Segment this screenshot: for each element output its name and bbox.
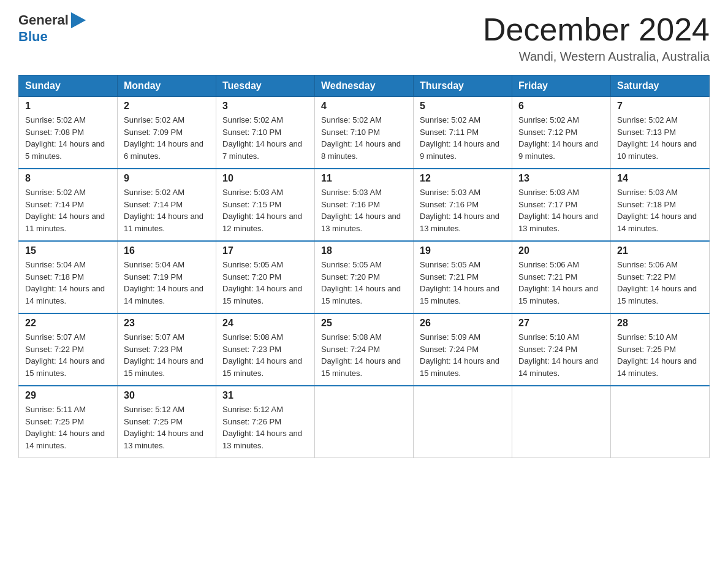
day-number: 8	[25, 173, 111, 184]
day-number: 30	[124, 390, 210, 401]
day-info: Sunrise: 5:02 AMSunset: 7:12 PMDaylight:…	[518, 114, 604, 162]
logo-triangle-icon	[70, 12, 87, 29]
day-number: 18	[321, 245, 407, 256]
day-info: Sunrise: 5:05 AMSunset: 7:20 PMDaylight:…	[222, 259, 308, 307]
day-info: Sunrise: 5:02 AMSunset: 7:10 PMDaylight:…	[321, 114, 407, 162]
header-saturday: Saturday	[611, 75, 710, 97]
day-number: 28	[617, 318, 703, 329]
day-number: 24	[222, 318, 308, 329]
day-number: 12	[420, 173, 506, 184]
calendar-table: SundayMondayTuesdayWednesdayThursdayFrid…	[18, 75, 710, 458]
calendar-cell: 5Sunrise: 5:02 AMSunset: 7:11 PMDaylight…	[414, 97, 512, 169]
day-info: Sunrise: 5:02 AMSunset: 7:13 PMDaylight:…	[617, 114, 703, 162]
calendar-cell: 15Sunrise: 5:04 AMSunset: 7:18 PMDayligh…	[19, 241, 118, 313]
day-number: 9	[124, 173, 210, 184]
week-row-5: 29Sunrise: 5:11 AMSunset: 7:25 PMDayligh…	[19, 386, 710, 458]
calendar-cell: 16Sunrise: 5:04 AMSunset: 7:19 PMDayligh…	[118, 241, 216, 313]
calendar-cell: 22Sunrise: 5:07 AMSunset: 7:22 PMDayligh…	[19, 313, 118, 386]
week-row-3: 15Sunrise: 5:04 AMSunset: 7:18 PMDayligh…	[19, 241, 710, 313]
calendar-cell: 28Sunrise: 5:10 AMSunset: 7:25 PMDayligh…	[611, 313, 710, 386]
day-number: 22	[25, 318, 111, 329]
calendar-cell: 21Sunrise: 5:06 AMSunset: 7:22 PMDayligh…	[611, 241, 710, 313]
header-row: SundayMondayTuesdayWednesdayThursdayFrid…	[19, 75, 710, 97]
header-thursday: Thursday	[414, 75, 512, 97]
day-number: 7	[617, 101, 703, 112]
calendar-cell: 30Sunrise: 5:12 AMSunset: 7:25 PMDayligh…	[118, 386, 216, 458]
day-number: 3	[222, 101, 308, 112]
calendar-body: 1Sunrise: 5:02 AMSunset: 7:08 PMDaylight…	[19, 97, 710, 458]
logo-text: GeneralBlue	[18, 12, 87, 44]
day-info: Sunrise: 5:10 AMSunset: 7:24 PMDaylight:…	[518, 331, 604, 379]
day-info: Sunrise: 5:12 AMSunset: 7:26 PMDaylight:…	[222, 404, 308, 451]
calendar-cell: 4Sunrise: 5:02 AMSunset: 7:10 PMDaylight…	[315, 97, 414, 169]
day-info: Sunrise: 5:06 AMSunset: 7:22 PMDaylight:…	[617, 259, 703, 307]
calendar-cell: 31Sunrise: 5:12 AMSunset: 7:26 PMDayligh…	[216, 386, 315, 458]
calendar-cell: 1Sunrise: 5:02 AMSunset: 7:08 PMDaylight…	[19, 97, 118, 169]
calendar-cell: 23Sunrise: 5:07 AMSunset: 7:23 PMDayligh…	[118, 313, 216, 386]
calendar-cell	[611, 386, 710, 458]
day-number: 16	[124, 245, 210, 256]
calendar-cell: 25Sunrise: 5:08 AMSunset: 7:24 PMDayligh…	[315, 313, 414, 386]
day-info: Sunrise: 5:09 AMSunset: 7:24 PMDaylight:…	[420, 331, 506, 379]
location-text: Wandi, Western Australia, Australia	[483, 50, 710, 64]
calendar-cell: 20Sunrise: 5:06 AMSunset: 7:21 PMDayligh…	[512, 241, 611, 313]
page-header: GeneralBlue December 2024 Wandi, Western…	[18, 12, 710, 64]
week-row-2: 8Sunrise: 5:02 AMSunset: 7:14 PMDaylight…	[19, 169, 710, 241]
day-number: 20	[518, 245, 604, 256]
day-info: Sunrise: 5:08 AMSunset: 7:23 PMDaylight:…	[222, 331, 308, 379]
calendar-header: SundayMondayTuesdayWednesdayThursdayFrid…	[19, 75, 710, 97]
day-number: 25	[321, 318, 407, 329]
month-title: December 2024	[483, 12, 710, 47]
day-info: Sunrise: 5:04 AMSunset: 7:19 PMDaylight:…	[124, 259, 210, 307]
day-number: 6	[518, 101, 604, 112]
day-number: 13	[518, 173, 604, 184]
day-number: 5	[420, 101, 506, 112]
header-tuesday: Tuesday	[216, 75, 315, 97]
calendar-cell: 11Sunrise: 5:03 AMSunset: 7:16 PMDayligh…	[315, 169, 414, 241]
day-number: 11	[321, 173, 407, 184]
day-info: Sunrise: 5:12 AMSunset: 7:25 PMDaylight:…	[124, 404, 210, 451]
calendar-cell: 17Sunrise: 5:05 AMSunset: 7:20 PMDayligh…	[216, 241, 315, 313]
calendar-cell: 7Sunrise: 5:02 AMSunset: 7:13 PMDaylight…	[611, 97, 710, 169]
day-info: Sunrise: 5:11 AMSunset: 7:25 PMDaylight:…	[25, 404, 111, 451]
calendar-cell: 24Sunrise: 5:08 AMSunset: 7:23 PMDayligh…	[216, 313, 315, 386]
calendar-cell: 14Sunrise: 5:03 AMSunset: 7:18 PMDayligh…	[611, 169, 710, 241]
calendar-cell: 18Sunrise: 5:05 AMSunset: 7:20 PMDayligh…	[315, 241, 414, 313]
header-sunday: Sunday	[19, 75, 118, 97]
day-info: Sunrise: 5:02 AMSunset: 7:14 PMDaylight:…	[124, 186, 210, 234]
day-info: Sunrise: 5:10 AMSunset: 7:25 PMDaylight:…	[617, 331, 703, 379]
week-row-4: 22Sunrise: 5:07 AMSunset: 7:22 PMDayligh…	[19, 313, 710, 386]
calendar-cell: 13Sunrise: 5:03 AMSunset: 7:17 PMDayligh…	[512, 169, 611, 241]
day-number: 26	[420, 318, 506, 329]
day-info: Sunrise: 5:03 AMSunset: 7:15 PMDaylight:…	[222, 186, 308, 234]
calendar-cell	[512, 386, 611, 458]
day-info: Sunrise: 5:02 AMSunset: 7:14 PMDaylight:…	[25, 186, 111, 234]
day-number: 21	[617, 245, 703, 256]
day-info: Sunrise: 5:02 AMSunset: 7:09 PMDaylight:…	[124, 114, 210, 162]
calendar-cell: 8Sunrise: 5:02 AMSunset: 7:14 PMDaylight…	[19, 169, 118, 241]
calendar-cell: 12Sunrise: 5:03 AMSunset: 7:16 PMDayligh…	[414, 169, 512, 241]
logo-blue-text: Blue	[18, 29, 48, 44]
day-info: Sunrise: 5:02 AMSunset: 7:08 PMDaylight:…	[25, 114, 111, 162]
day-number: 23	[124, 318, 210, 329]
day-info: Sunrise: 5:03 AMSunset: 7:18 PMDaylight:…	[617, 186, 703, 234]
day-info: Sunrise: 5:07 AMSunset: 7:22 PMDaylight:…	[25, 331, 111, 379]
day-info: Sunrise: 5:03 AMSunset: 7:17 PMDaylight:…	[518, 186, 604, 234]
calendar-cell: 6Sunrise: 5:02 AMSunset: 7:12 PMDaylight…	[512, 97, 611, 169]
day-number: 4	[321, 101, 407, 112]
week-row-1: 1Sunrise: 5:02 AMSunset: 7:08 PMDaylight…	[19, 97, 710, 169]
calendar-cell: 27Sunrise: 5:10 AMSunset: 7:24 PMDayligh…	[512, 313, 611, 386]
header-monday: Monday	[118, 75, 216, 97]
day-info: Sunrise: 5:04 AMSunset: 7:18 PMDaylight:…	[25, 259, 111, 307]
day-number: 27	[518, 318, 604, 329]
day-info: Sunrise: 5:05 AMSunset: 7:20 PMDaylight:…	[321, 259, 407, 307]
day-number: 10	[222, 173, 308, 184]
calendar-cell: 2Sunrise: 5:02 AMSunset: 7:09 PMDaylight…	[118, 97, 216, 169]
day-number: 31	[222, 390, 308, 401]
calendar-cell: 3Sunrise: 5:02 AMSunset: 7:10 PMDaylight…	[216, 97, 315, 169]
calendar-cell	[414, 386, 512, 458]
day-info: Sunrise: 5:03 AMSunset: 7:16 PMDaylight:…	[321, 186, 407, 234]
logo: GeneralBlue	[18, 12, 87, 44]
title-block: December 2024 Wandi, Western Australia, …	[483, 12, 710, 64]
calendar-cell	[315, 386, 414, 458]
